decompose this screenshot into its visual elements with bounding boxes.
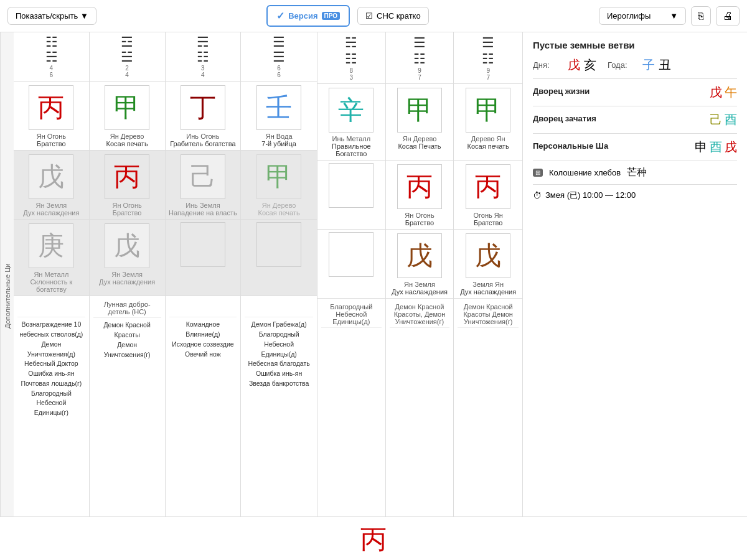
role-spirit2: Дух наслаждения <box>99 278 155 286</box>
mid-trigram-2: ☰☷ 9 7 <box>386 32 454 83</box>
trigram-4: ☰☰ <box>273 35 285 65</box>
mid-extra2-2[interactable]: 戊 Ян Земля Дух наслаждения <box>386 230 454 298</box>
header: Показать/скрыть ▼ ✓ Версия ПРО ☑ СНС кра… <box>0 0 747 32</box>
mid-extra2-3[interactable]: 戊 Земля Ян Дух наслаждения <box>454 230 522 298</box>
mid-extra-1-1 <box>317 161 386 229</box>
mid-extra-1-3[interactable]: 丙 Огонь Ян Братство <box>454 161 522 229</box>
trigram-cell-1: ☷☵ 4 6 <box>14 32 90 81</box>
mid-extra-label-3: Огонь Ян <box>473 212 502 219</box>
extra2-pillar-2[interactable]: 戊 Ян Земля Дух наслаждения <box>90 220 166 296</box>
extra-pillar-1[interactable]: 戊 Ян Земля Дух наслаждения <box>14 151 90 219</box>
mid-tri-2: ☰☷ <box>413 35 426 67</box>
left-extra-pillars-1: 戊 Ян Земля Дух наслаждения 丙 Ян Огонь Бр… <box>14 151 317 220</box>
hieroglyph-bing-gray: 丙 <box>105 154 149 199</box>
label-yan-fire: Ян Огонь <box>37 133 66 140</box>
cnc-button[interactable]: ☑ СНС кратко <box>357 7 429 25</box>
mid-star-2: Демон Красной Красоты, Демон Уничтожения… <box>386 299 454 559</box>
trigram-numbers-2: 2 <box>125 65 129 72</box>
mid-main-pillars: 辛 Инь Металл Правильное Богатство 甲 Ян Д… <box>317 84 522 161</box>
pillar-4[interactable]: 壬 Ян Вода 7-й убийца <box>241 82 317 150</box>
header-right: Иероглифы ▼ ⎘ 🖨 <box>599 6 740 26</box>
show-hide-button[interactable]: Показать/скрыть ▼ <box>7 7 96 25</box>
label-yan-water: Ян Вода <box>266 133 293 140</box>
star-content-4: Демон Грабежа(д) Благородный Небесной Ед… <box>245 317 313 391</box>
palace-life-hiero-1: 戊 <box>710 84 722 101</box>
cnc-label: СНС кратко <box>377 11 421 21</box>
extra-pillar-4[interactable]: 甲 Ян Дерево Косая печать <box>241 151 317 219</box>
year-label: Года: <box>608 60 639 70</box>
palace-life-row: Дворец жизни 戊 午 <box>533 84 737 101</box>
mid-extra2-role-2: Дух наслаждения <box>392 288 448 296</box>
mid-tri-1: ☵☷ <box>345 35 357 67</box>
role-brotherhood: Братство <box>37 140 66 147</box>
trigram-numbers-4b: 6 <box>277 72 281 78</box>
divider-4 <box>533 161 737 161</box>
hieroglyph-wu-gray: 戊 <box>29 154 73 199</box>
divider-2 <box>533 106 737 106</box>
extra2-pillar-1[interactable]: 庚 Ян Металл Склонность к богатству <box>14 220 90 296</box>
trigram-numbers-2b: 4 <box>125 72 129 78</box>
label-wu2: Ян Земля <box>111 271 143 278</box>
year-hiero-1: 子 <box>642 57 655 73</box>
extra-pillar-2[interactable]: 丙 Ян Огонь Братство <box>90 151 166 219</box>
empty-box-3 <box>181 222 225 267</box>
mid-pillar-3[interactable]: 甲 Дерево Ян Косая печать <box>454 84 522 160</box>
sha-tag-icon: ⊞ <box>533 169 543 177</box>
trigram-numbers-3b: 4 <box>201 72 205 78</box>
pillar-3[interactable]: 丁 Инь Огонь Грабитель богатства <box>166 82 242 150</box>
main-content: Дополнительные Ци ☷☵ 4 6 ☲☱ 2 4 ☴☷ <box>0 32 747 559</box>
share-icon: ⎘ <box>698 11 704 21</box>
role-robber: Грабитель богатства <box>170 140 235 147</box>
star-header-1 <box>17 299 85 317</box>
trigram-3: ☴☷ <box>197 35 209 65</box>
star-cell-1: Вознаграждение 10 небесных стволов(д) Де… <box>14 296 90 559</box>
share-button[interactable]: ⎘ <box>691 6 711 26</box>
role-7killer: 7-й убийца <box>261 140 296 147</box>
sha-hiero-3: 戌 <box>725 139 737 156</box>
pro-badge: ПРО <box>322 12 341 20</box>
role-brotherhood-gray: Братство <box>113 209 142 217</box>
pillar-1[interactable]: 丙 Ян Огонь Братство <box>14 82 90 150</box>
left-grid: ☷☵ 4 6 ☲☱ 2 4 ☴☷ 3 4 ☰☰ <box>14 32 317 559</box>
mid-pillar-1[interactable]: 辛 Инь Металл Правильное Богатство <box>317 84 386 160</box>
mid-extra-1: 丙 Ян Огонь Братство 丙 Огонь Ян Братство <box>317 161 522 230</box>
role-spirit: Дух наслаждения <box>23 209 79 217</box>
personal-sha-label: Персональные Ша <box>533 141 608 151</box>
mid-trigram-3: ☰☷ 9 7 <box>454 32 522 83</box>
mid-extra-1-2[interactable]: 丙 Ян Огонь Братство <box>386 161 454 229</box>
left-panel: Дополнительные Ци ☷☵ 4 6 ☲☱ 2 4 ☴☷ <box>0 32 317 559</box>
role-attack: Нападение на власть <box>169 209 237 217</box>
palace-conception-label: Дворец зачатия <box>533 114 596 123</box>
trigram-2: ☲☱ <box>121 35 133 65</box>
right-panel: Пустые земные ветви Дня: 戊 亥 Года: 子 丑 Д… <box>523 32 747 559</box>
star-header-4 <box>245 299 313 317</box>
mid-role-2: Косая Печать <box>398 142 441 150</box>
extra-pillar-3[interactable]: 己 Инь Земля Нападение на власть <box>166 151 242 219</box>
star-content-3: Командное Влияние(д) Исходное созвездие … <box>169 317 237 362</box>
version-button[interactable]: ✓ Версия ПРО <box>266 5 350 27</box>
palace-conception-hiero-2: 酉 <box>725 111 737 128</box>
role-wealth-tendency: Склонность к богатству <box>15 278 88 293</box>
mid-extra2-label-3: Земля Ян <box>472 281 504 288</box>
empty-box-4 <box>256 222 301 267</box>
hieroglyph-wu4: 戊 <box>466 233 510 278</box>
print-button[interactable]: 🖨 <box>716 6 740 26</box>
pillar-2[interactable]: 甲 Ян Дерево Косая печать <box>90 82 166 150</box>
hieroglyph-bing2: 丙 <box>397 164 442 209</box>
mid-trigram-row: ☵☷ 8 3 ☰☷ 9 7 ☰☷ 9 7 <box>317 32 522 84</box>
personal-sha-row: Персональные Ша 申 酉 戌 <box>533 139 737 156</box>
mid-star-header-1: Благородный Небесной Единицы(д) <box>321 301 382 328</box>
hieroglyphs-dropdown[interactable]: Иероглифы ▼ <box>599 7 686 25</box>
sidebar-label: Дополнительные Ци <box>0 32 14 559</box>
hieroglyph-bing: 丙 <box>29 85 73 130</box>
mid-extra-2: 戊 Ян Земля Дух наслаждения 戊 Земля Ян Ду… <box>317 230 522 299</box>
cnc-checkbox: ☑ <box>365 11 373 21</box>
mid-role-1: Правильное Богатство <box>319 142 384 157</box>
mid-label-2: Ян Дерево <box>403 135 437 142</box>
hieroglyph-ding: 丁 <box>181 85 225 130</box>
mid-star-content-2 <box>390 328 450 333</box>
mid-pillar-2[interactable]: 甲 Ян Дерево Косая Печать <box>386 84 454 160</box>
day-hiero-1: 戊 <box>568 57 580 73</box>
left-trigram-row: ☷☵ 4 6 ☲☱ 2 4 ☴☷ 3 4 ☰☰ <box>14 32 317 82</box>
mid-extra-label-2: Ян Огонь <box>405 212 434 219</box>
